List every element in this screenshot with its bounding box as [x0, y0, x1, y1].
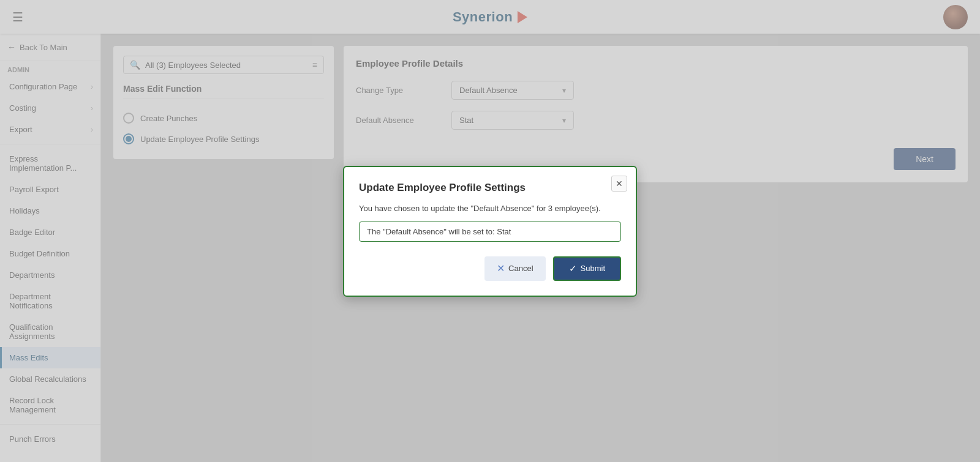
- submit-label: Submit: [581, 264, 605, 273]
- modal-actions: ✕ Cancel ✓ Submit: [359, 256, 621, 281]
- update-profile-modal: Update Employee Profile Settings ✕ You h…: [343, 166, 637, 297]
- submit-button[interactable]: ✓ Submit: [553, 256, 621, 281]
- modal-overlay: Update Employee Profile Settings ✕ You h…: [0, 0, 980, 462]
- modal-message: You have chosen to update the "Default A…: [359, 204, 621, 213]
- submit-check-icon: ✓: [569, 263, 577, 274]
- modal-title: Update Employee Profile Settings: [359, 182, 621, 194]
- modal-info-box: The "Default Absence" will be set to: St…: [359, 222, 621, 242]
- modal-close-button[interactable]: ✕: [611, 176, 627, 192]
- cancel-icon: ✕: [497, 263, 505, 274]
- cancel-button[interactable]: ✕ Cancel: [484, 256, 545, 281]
- cancel-label: Cancel: [508, 264, 533, 273]
